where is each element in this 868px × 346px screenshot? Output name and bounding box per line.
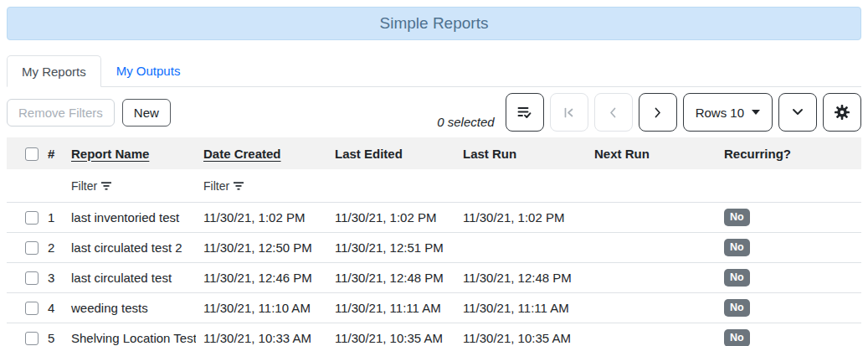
column-header-number: # (40, 137, 64, 169)
row-checkbox[interactable] (25, 271, 39, 285)
tab-my-outputs[interactable]: My Outputs (101, 55, 196, 86)
select-all-checkbox[interactable] (25, 147, 39, 161)
recurring-badge: No (724, 329, 750, 346)
rows-per-page-label: Rows 10 (696, 106, 744, 120)
column-header-date-created[interactable]: Date Created (196, 137, 327, 169)
prev-page-icon (606, 106, 620, 120)
row-checkbox[interactable] (25, 302, 39, 315)
row-checkbox[interactable] (25, 211, 39, 225)
date-created-cell: 11/30/21, 1:02 PM (196, 202, 327, 232)
first-page-icon (562, 106, 576, 120)
last-edited-cell: 11/30/21, 1:02 PM (327, 202, 455, 232)
table-header-row: # Report Name Date Created Last Edited L… (7, 137, 861, 169)
filter-funnel-icon (233, 181, 244, 191)
date-created-cell: 11/30/21, 12:50 PM (196, 232, 327, 262)
date-created-cell: 11/30/21, 10:33 AM (196, 323, 327, 346)
column-header-next-run: Next Run (587, 137, 716, 169)
row-number: 5 (40, 323, 64, 346)
column-header-recurring: Recurring? (716, 137, 861, 169)
next-run-cell (587, 202, 716, 232)
first-page-button[interactable] (550, 93, 588, 132)
row-checkbox[interactable] (25, 332, 39, 345)
column-header-last-run: Last Run (455, 137, 587, 169)
list-check-icon (516, 105, 532, 120)
date-created-cell: 11/30/21, 12:46 PM (196, 262, 327, 292)
table-row: 5 Shelving Location Test 11/30/21, 10:33… (7, 323, 861, 346)
recurring-badge: No (724, 209, 750, 226)
last-run-cell: 11/30/21, 11:11 AM (455, 292, 587, 323)
table-row: 1 last inventoried test 11/30/21, 1:02 P… (7, 202, 861, 232)
row-number: 3 (40, 262, 64, 292)
next-run-cell (587, 262, 716, 292)
filter-funnel-icon (100, 181, 112, 191)
next-run-cell (587, 232, 716, 262)
tab-my-reports[interactable]: My Reports (7, 55, 101, 87)
column-header-last-edited: Last Edited (327, 137, 455, 169)
row-checkbox[interactable] (25, 241, 39, 255)
column-header-report-name[interactable]: Report Name (64, 137, 196, 169)
last-run-cell (455, 232, 587, 262)
last-run-cell: 11/30/21, 10:35 AM (455, 323, 587, 346)
report-name-cell: last circulated test (64, 262, 196, 292)
rows-per-page-dropdown[interactable]: Rows 10 (683, 93, 773, 132)
next-run-cell (587, 292, 716, 323)
report-name-filter[interactable]: Filter (71, 179, 112, 193)
page-title: Simple Reports (380, 14, 489, 33)
next-page-button[interactable] (639, 93, 677, 132)
recurring-badge: No (724, 299, 750, 317)
simple-reports-page: Simple Reports My Reports My Outputs Rem… (0, 0, 868, 346)
last-run-cell: 11/30/21, 12:48 PM (455, 262, 587, 292)
expand-toolbar-button[interactable] (778, 93, 817, 132)
chevron-down-icon (790, 107, 805, 117)
grid-settings-button[interactable] (823, 93, 861, 132)
toolbar-right-group: 0 selected (437, 93, 861, 132)
tab-bar: My Reports My Outputs (7, 55, 861, 87)
row-number: 2 (40, 232, 64, 262)
new-report-button[interactable]: New (122, 99, 171, 127)
gear-icon (834, 104, 850, 121)
last-edited-cell: 11/30/21, 12:48 PM (327, 262, 455, 292)
row-number: 4 (40, 292, 64, 323)
report-name-cell: weeding tests (64, 292, 196, 323)
report-name-cell: last circulated test 2 (64, 232, 196, 262)
report-name-cell: last inventoried test (64, 202, 196, 232)
prev-page-button[interactable] (594, 93, 633, 132)
page-header: Simple Reports (7, 7, 861, 40)
table-row: 2 last circulated test 2 11/30/21, 12:50… (7, 232, 861, 262)
last-run-cell: 11/30/21, 1:02 PM (455, 202, 587, 232)
date-created-filter[interactable]: Filter (203, 179, 244, 193)
next-run-cell (587, 323, 716, 346)
last-edited-cell: 11/30/21, 10:35 AM (327, 323, 455, 346)
last-edited-cell: 11/30/21, 12:51 PM (327, 232, 455, 262)
recurring-badge: No (724, 269, 750, 287)
filter-row: Filter Filter (7, 169, 861, 202)
date-created-cell: 11/30/21, 11:10 AM (196, 292, 327, 323)
remove-filters-button[interactable]: Remove Filters (7, 99, 115, 127)
last-edited-cell: 11/30/21, 11:11 AM (327, 292, 455, 323)
reports-table: # Report Name Date Created Last Edited L… (7, 137, 861, 346)
report-name-cell: Shelving Location Test (64, 323, 196, 346)
row-number: 1 (40, 202, 64, 232)
select-actions-button[interactable] (506, 93, 544, 132)
caret-down-icon (752, 110, 760, 115)
table-row: 3 last circulated test 11/30/21, 12:46 P… (7, 262, 861, 292)
recurring-badge: No (724, 239, 750, 256)
selected-count: 0 selected (437, 115, 494, 132)
next-page-icon (650, 106, 665, 120)
table-row: 4 weeding tests 11/30/21, 11:10 AM 11/30… (7, 292, 861, 323)
toolbar: Remove Filters New 0 selected (7, 93, 861, 132)
